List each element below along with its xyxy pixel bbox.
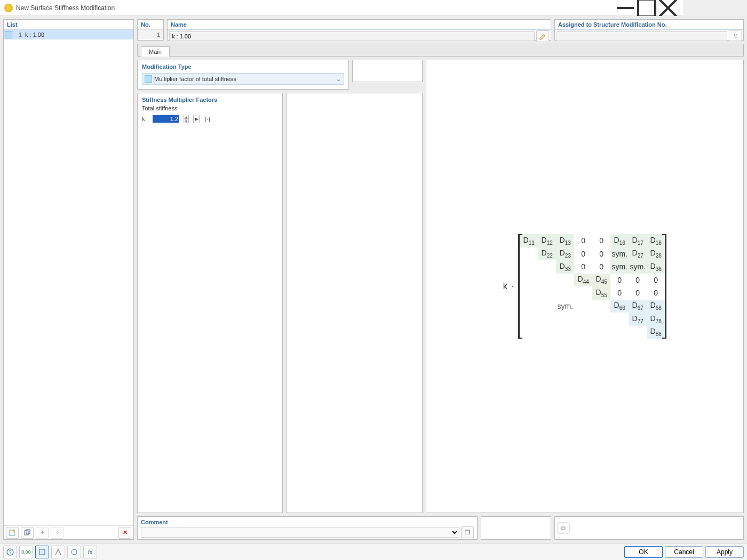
preview-box <box>352 60 423 82</box>
k-label: k <box>142 116 149 122</box>
titlebar: New Surface Stiffness Modification <box>0 0 683 16</box>
mod-type-dropdown[interactable]: Multiplier factor of total stiffness ⌄ <box>142 73 344 85</box>
content-area: List 1 k : 1.00 ✦ ✧ ✕ No. 1 Name <box>0 16 683 512</box>
k-spin[interactable]: ▲▼ <box>184 115 189 123</box>
chevron-down-icon: ⌄ <box>333 76 344 83</box>
name-input[interactable] <box>169 31 535 41</box>
list-header: List <box>4 20 133 30</box>
tabs-row: Main <box>137 44 683 57</box>
k-row: k ▲▼ ▶ [-] <box>142 114 278 124</box>
mid-left: Modification Type Multiplier factor of t… <box>137 60 423 512</box>
name-label: Name <box>168 20 551 30</box>
matrix-table: D11D12D1300D16D17D18 D22D2300sym.D27D28 … <box>520 234 665 339</box>
list-item-label: k : 1.00 <box>25 31 133 38</box>
matrix-sym: sym. <box>520 300 610 313</box>
factors-empty-right <box>286 93 423 512</box>
k-input[interactable] <box>153 115 179 123</box>
list-item-swatch <box>5 31 12 38</box>
svg-rect-1 <box>638 0 655 17</box>
edit-name-icon[interactable] <box>536 30 549 42</box>
mod-type-box: Modification Type Multiplier factor of t… <box>137 60 349 90</box>
window-title: New Surface Stiffness Modification <box>16 4 615 12</box>
assign-box: Assigned to Structure Modification No. ↯ <box>554 19 683 41</box>
list-panel: List 1 k : 1.00 ✦ ✧ ✕ <box>3 19 134 512</box>
maximize-button[interactable] <box>636 1 657 15</box>
list-item[interactable]: 1 k : 1.00 <box>4 30 133 39</box>
name-box: Name <box>167 19 551 41</box>
k-input-wrap <box>153 114 179 124</box>
matrix-k: k <box>503 282 507 291</box>
mod-type-label: Modification Type <box>142 63 344 70</box>
matrix-dot: · <box>512 282 514 291</box>
no-label: No. <box>138 20 163 29</box>
factors-label: Stiffness Multiplier Factors <box>142 97 278 103</box>
right-area: No. 1 Name Assigned to Structure Modific… <box>137 19 683 512</box>
top-row: No. 1 Name Assigned to Structure Modific… <box>137 19 683 41</box>
assign-label: Assigned to Structure Modification No. <box>555 20 683 30</box>
tab-main[interactable]: Main <box>141 46 170 57</box>
no-value: 1 <box>138 29 163 39</box>
close-button[interactable] <box>657 1 679 15</box>
list-item-num: 1 <box>13 31 25 38</box>
mid-row: Modification Type Multiplier factor of t… <box>137 60 683 512</box>
dropdown-text: Multiplier factor of total stiffness <box>154 76 333 82</box>
factors-box: Stiffness Multiplier Factors Total stiff… <box>137 93 283 512</box>
matrix-panel: k · D11D12D1300D16D17D18 D22D2300sym.D27… <box>426 60 683 512</box>
minimize-button[interactable] <box>615 1 636 15</box>
k-unit: [-] <box>205 116 210 122</box>
k-stepper-icon[interactable]: ▶ <box>193 115 200 123</box>
assign-input[interactable] <box>557 31 683 41</box>
no-box: No. 1 <box>137 19 164 41</box>
app-icon <box>4 4 13 12</box>
dropdown-swatch <box>145 75 152 83</box>
list-body[interactable]: 1 k : 1.00 <box>4 30 133 512</box>
total-stiffness-label: Total stiffness <box>142 105 278 111</box>
